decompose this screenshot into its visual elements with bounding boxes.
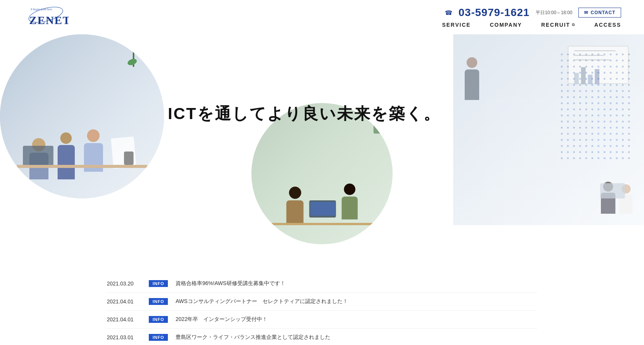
plant-decoration	[126, 50, 141, 80]
news-date: 2021.04.01	[107, 316, 141, 322]
logo-svg: ZENET It begins from here.	[23, 4, 69, 31]
news-date: 2021.03.20	[107, 281, 141, 287]
news-item[interactable]: 2021.03.20INFO資格合格率96%!AWS研修受講生募集中です！	[107, 275, 537, 293]
header-right: ☎ 03-5979-1621 平日10:00～18:00 ✉ CONTACT S…	[442, 6, 621, 28]
news-badge: INFO	[149, 280, 168, 287]
news-text: 豊島区ワーク・ライフ・バランス推進企業として認定されました	[175, 334, 330, 341]
header: ZENET It begins from here. ☎ 03-5979-162…	[0, 0, 644, 31]
nav-item-service[interactable]: SERVICE	[442, 22, 471, 28]
svg-text:ZENET: ZENET	[29, 14, 69, 26]
logo-area[interactable]: ZENET It begins from here.	[23, 4, 69, 31]
svg-text:It begins from here.: It begins from here.	[30, 8, 53, 11]
news-section: 2021.03.20INFO資格合格率96%!AWS研修受講生募集中です！202…	[0, 263, 644, 345]
news-text: 資格合格率96%!AWS研修受講生募集中です！	[175, 280, 285, 287]
phone-number: 03-5979-1621	[459, 6, 530, 19]
main-nav: SERVICE COMPANY RECRUIT ⧉ ACCESS	[442, 22, 621, 28]
hero-section: ICTを通してより良い未来を築く。	[0, 34, 644, 256]
table-line	[16, 165, 148, 168]
news-date: 2021.03.01	[107, 334, 141, 340]
news-item[interactable]: 2021.04.01INFOAWSコンサルティングパートナー セレクトティアに認…	[107, 293, 537, 311]
contact-mail-icon: ✉	[584, 10, 588, 15]
news-badge: INFO	[149, 334, 168, 341]
external-link-icon: ⧉	[572, 23, 575, 27]
contact-button[interactable]: ✉ CONTACT	[578, 8, 621, 18]
nav-item-access[interactable]: ACCESS	[594, 22, 621, 28]
hero-circle-left	[0, 34, 164, 198]
header-top-row: ☎ 03-5979-1621 平日10:00～18:00 ✉ CONTACT	[445, 6, 621, 19]
nav-item-company[interactable]: COMPANY	[490, 22, 522, 28]
news-list: 2021.03.20INFO資格合格率96%!AWS研修受講生募集中です！202…	[107, 275, 537, 345]
news-badge: INFO	[149, 298, 168, 305]
news-date: 2021.04.01	[107, 298, 141, 305]
business-hours: 平日10:00～18:00	[536, 10, 572, 16]
dot-grid-decoration: // Will be rendered via JS below	[561, 53, 633, 162]
hero-tagline: ICTを通してより良い未来を築く。	[168, 103, 441, 124]
news-item[interactable]: 2021.03.01INFO豊島区ワーク・ライフ・バランス推進企業として認定され…	[107, 329, 537, 345]
news-text: AWSコンサルティングパートナー セレクトティアに認定されました！	[175, 298, 348, 305]
contact-label: CONTACT	[591, 10, 615, 15]
phone-icon: ☎	[445, 9, 452, 16]
nav-item-recruit[interactable]: RECRUIT ⧉	[541, 22, 575, 28]
news-item[interactable]: 2021.04.01INFO2022年卒 インターンシップ受付中！	[107, 311, 537, 329]
office-scene	[0, 34, 164, 198]
news-badge: INFO	[149, 316, 168, 323]
news-text: 2022年卒 インターンシップ受付中！	[175, 316, 267, 323]
